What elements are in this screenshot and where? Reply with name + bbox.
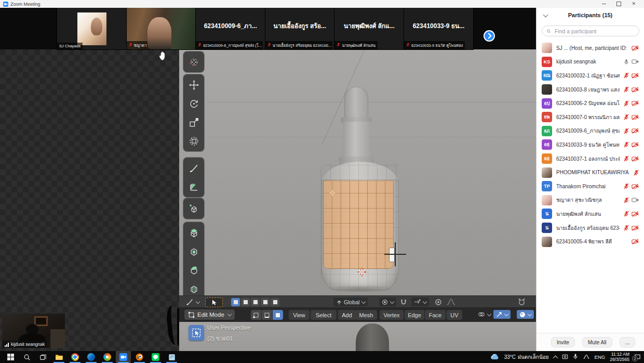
scale-tool-button[interactable] xyxy=(183,113,204,132)
muted-mic-icon[interactable] xyxy=(624,197,629,203)
participant-row[interactable]: 6ป623410006-2 ปัญจพล อ่อนโคตา xyxy=(536,96,644,110)
transform-tool-button[interactable] xyxy=(183,132,204,150)
menu-vertex[interactable]: Vertex xyxy=(380,310,404,320)
participant-row[interactable]: 6อ623410037-1 อลงกรณ์ ประดิษฐวงษ์ xyxy=(536,152,644,166)
video-tile[interactable]: ชญาดา สุชะวณิชกุล xyxy=(127,8,196,49)
select-mode-set-button[interactable] xyxy=(231,298,240,306)
participant-row[interactable]: 6ภ623410009-6_ภาณุพงษ์ สุขส่ง (โอม) xyxy=(536,124,644,138)
muted-mic-icon[interactable] xyxy=(624,155,629,162)
self-video-thumbnail[interactable]: kijdusit seangnak xyxy=(2,314,65,348)
participant-row[interactable]: PHOOMIPHAT KITUEAWIRIYA xyxy=(536,165,644,179)
muted-mic-icon[interactable] xyxy=(624,141,629,148)
snap-toggle-magnet-icon[interactable] xyxy=(400,297,407,306)
measure-tool-button[interactable] xyxy=(183,177,204,196)
proportional-editing-button[interactable] xyxy=(435,297,442,306)
snapping-button[interactable] xyxy=(493,310,511,319)
participant-row[interactable]: 6ธ623410033-9 ธนวัต คู่โพนทอง xyxy=(536,138,644,152)
select-mode-extend-button[interactable] xyxy=(241,298,250,306)
minimize-button[interactable] xyxy=(602,4,606,4)
muted-mic-icon[interactable] xyxy=(634,170,639,176)
line-icon[interactable] xyxy=(148,351,163,363)
menu-edge[interactable]: Edge xyxy=(405,310,424,320)
muted-mic-icon[interactable] xyxy=(624,72,629,79)
snap-target-dropdown[interactable] xyxy=(411,297,429,306)
video-off-icon[interactable] xyxy=(632,114,639,120)
mute-all-button[interactable]: Mute All xyxy=(582,337,612,347)
participant-row[interactable]: KSkijdusit seangnak xyxy=(536,55,644,69)
maximize-button[interactable] xyxy=(616,2,621,6)
participant-row[interactable]: 623410003-8 เจษฎาพร แสงสีงาม xyxy=(536,83,644,97)
face-select-button[interactable] xyxy=(273,310,283,320)
muted-mic-icon[interactable] xyxy=(624,211,629,217)
muted-mic-icon[interactable] xyxy=(624,128,629,134)
rotate-tool-button[interactable] xyxy=(183,94,204,113)
chrome-icon[interactable] xyxy=(68,351,83,363)
muted-mic-icon[interactable] xyxy=(624,86,629,93)
select-box-tool-button[interactable] xyxy=(189,325,204,341)
muted-mic-icon[interactable] xyxy=(624,114,629,120)
search-icon[interactable] xyxy=(19,351,34,363)
edge-select-button[interactable] xyxy=(262,310,272,320)
annotate-tool-button[interactable] xyxy=(183,159,204,177)
photos-icon[interactable] xyxy=(100,351,115,363)
video-off-icon[interactable] xyxy=(632,87,639,93)
select-mode-invert-button[interactable] xyxy=(261,298,270,306)
active-tool-box-select-button[interactable] xyxy=(205,297,223,307)
video-off-icon[interactable] xyxy=(632,142,639,148)
next-videos-arrow-button[interactable] xyxy=(484,30,495,42)
participant-row[interactable]: ชญาดา สุชะวณิชกุล xyxy=(536,193,644,208)
cursor-tool-button[interactable] xyxy=(183,53,204,71)
mic-icon[interactable] xyxy=(624,59,629,65)
menu-select[interactable]: Select xyxy=(311,310,337,320)
bevel-tool-button[interactable] xyxy=(183,261,204,279)
tray-window-icon[interactable] xyxy=(562,353,568,362)
zoom-icon[interactable] xyxy=(116,351,131,363)
participant-row[interactable]: 623410005-4 พิยาพร ลีดี xyxy=(536,235,644,249)
language-indicator[interactable]: ENG xyxy=(595,354,606,360)
menu-face[interactable]: Face xyxy=(425,310,446,320)
invite-button[interactable]: Invite xyxy=(551,337,575,347)
muted-mic-icon[interactable] xyxy=(624,225,629,231)
inset-faces-tool-button[interactable] xyxy=(183,242,204,261)
extrude-region-tool-button[interactable] xyxy=(183,223,204,242)
select-mode-intersect-button[interactable] xyxy=(271,298,279,306)
vertex-select-button[interactable] xyxy=(251,310,261,320)
video-off-icon[interactable] xyxy=(632,45,639,51)
viewport-shading-dropdown[interactable] xyxy=(517,310,534,319)
microphone-icon[interactable] xyxy=(573,353,578,362)
loop-cut-handle[interactable] xyxy=(389,248,395,262)
proportional-falloff-icon[interactable] xyxy=(447,297,455,306)
video-icon[interactable] xyxy=(632,59,639,64)
transform-orientation-dropdown[interactable]: Global xyxy=(333,297,368,306)
pen-input-icon[interactable] xyxy=(583,353,590,362)
video-off-icon[interactable] xyxy=(632,128,639,134)
muted-mic-icon[interactable] xyxy=(624,183,629,189)
weather-temperature[interactable]: 33°C xyxy=(504,354,516,360)
video-off-icon[interactable] xyxy=(632,156,639,162)
select-mode-subtract-button[interactable] xyxy=(251,298,260,306)
menu-view[interactable]: View xyxy=(289,310,310,320)
participant-row[interactable]: 6พ623410007-0 พรรณนิภา ผลเจริญ xyxy=(536,110,644,124)
video-off-icon[interactable] xyxy=(632,73,639,79)
participant-row[interactable]: TPThanakorn Piromchai xyxy=(536,179,644,193)
menu-add[interactable]: Add xyxy=(338,310,356,320)
hidden-icons-chevron[interactable] xyxy=(553,355,558,360)
file-explorer-icon[interactable] xyxy=(51,351,66,363)
participant-row[interactable]: นนายเอื้ออังกูร สร้อยอุดม 623410059-1 xyxy=(536,221,644,235)
close-button[interactable]: ✕ xyxy=(632,2,636,6)
participant-row[interactable]: นนายพุฒิพงศ์ ลักแสน xyxy=(536,207,644,221)
video-tile[interactable]: 623410033-9 ธน...623410033-9 ธนวัต คู่โพ… xyxy=(404,8,473,49)
more-options-button[interactable]: ... xyxy=(620,337,635,347)
video-tile[interactable]: 623410009-6_ภา...623410009-6_ภาณุพงษ์ สุ… xyxy=(196,8,265,49)
participant-search-box[interactable] xyxy=(542,25,639,36)
video-icon[interactable] xyxy=(632,197,639,203)
weather-description[interactable]: ฝนตกเล็กน้อย xyxy=(518,353,549,361)
pivot-point-dropdown[interactable] xyxy=(379,297,396,306)
object-visibility-icon[interactable] xyxy=(518,297,526,306)
add-cube-tool-button[interactable] xyxy=(183,199,204,218)
overlays-dropdown[interactable] xyxy=(475,310,493,319)
menu-uv[interactable]: UV xyxy=(447,310,462,320)
blender-second-viewport[interactable]: User Perspective (2) ขวด01 xyxy=(179,322,536,351)
chevron-down-icon[interactable] xyxy=(543,12,548,18)
start-icon[interactable] xyxy=(3,351,18,363)
